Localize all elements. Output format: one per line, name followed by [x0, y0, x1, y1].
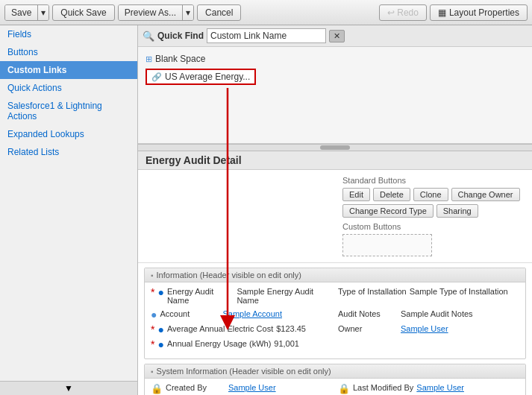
- modified-by-link[interactable]: Sample User: [416, 383, 464, 392]
- field-col-audit-notes: Audit Notes Sample Audit Notes: [338, 309, 519, 320]
- system-information-section: ▪ System Information (Header visible on …: [144, 364, 526, 395]
- save-dropdown-button[interactable]: ▾: [38, 5, 48, 20]
- field-row-3: * ● Average Annual Electric Cost $123.45…: [151, 324, 519, 335]
- left-panel-list: Fields Buttons Custom Links Quick Action…: [0, 25, 137, 381]
- system-section-body: 🔒 Created By Sample User 🔒 Last Modified…: [145, 379, 525, 395]
- palette-item-us-avg-energy[interactable]: 🔗 US Average Energy...: [143, 66, 528, 87]
- field-row-4: * ● Annual Energy Usage (kWh) 91,001: [151, 339, 519, 350]
- system-section-header: ▪ System Information (Header visible on …: [145, 364, 525, 379]
- save-button-group: Save ▾: [4, 4, 49, 21]
- lock-icon-modified: 🔒: [338, 383, 350, 394]
- custom-buttons-label: Custom Buttons: [342, 222, 525, 231]
- field-col-electric-cost: * ● Average Annual Electric Cost $123.45: [151, 324, 332, 335]
- field-col-owner: Owner Sample User: [338, 324, 519, 335]
- palette-overlay-container: ⊞ Blank Space 🔗 US Average Energy...: [138, 47, 532, 395]
- sidebar-item-expanded-lookups[interactable]: Expanded Lookups: [0, 125, 137, 143]
- field-col-modified-by: 🔒 Last Modified By Sample User: [338, 383, 519, 394]
- page-layout-header: Energy Audit Detail: [138, 151, 532, 170]
- main-layout: Fields Buttons Custom Links Quick Action…: [0, 25, 532, 395]
- cancel-button[interactable]: Cancel: [197, 4, 241, 21]
- section-toggle-icon[interactable]: ▪: [151, 271, 154, 279]
- palette-scroll-thumb: [320, 145, 350, 150]
- palette-area: ⊞ Blank Space 🔗 US Average Energy...: [138, 47, 532, 144]
- us-avg-energy-icon: 🔗: [151, 72, 162, 82]
- page-layout: Energy Audit Detail Standard Buttons Edi…: [138, 151, 532, 395]
- search-icon: 🔍: [143, 31, 154, 42]
- edit-button[interactable]: Edit: [342, 188, 370, 201]
- information-section-header: ▪ Information (Header visible on edit on…: [145, 268, 525, 282]
- field-dot-4: ●: [157, 339, 163, 350]
- sidebar-item-custom-links[interactable]: Custom Links: [0, 61, 137, 79]
- standard-buttons: Edit Delete Clone Change Owner Change Re…: [342, 188, 525, 218]
- delete-button[interactable]: Delete: [373, 188, 410, 201]
- created-by-link[interactable]: Sample User: [228, 383, 276, 392]
- layout-icon: ▦: [438, 7, 446, 18]
- field-col-account: ● Account Sample Account: [151, 309, 332, 320]
- scroll-down-indicator[interactable]: ▼: [0, 381, 137, 395]
- app-container: Save ▾ Quick Save Preview As... ▾ Cancel…: [0, 0, 532, 395]
- field-dot-2: ●: [151, 309, 157, 320]
- lock-icon-created: 🔒: [151, 383, 163, 394]
- preview-button[interactable]: Preview As...: [119, 5, 183, 20]
- field-dot-3: ●: [157, 324, 163, 335]
- layout-properties-button[interactable]: ▦ Layout Properties: [430, 4, 528, 21]
- blank-space-icon: ⊞: [145, 54, 152, 64]
- clone-button[interactable]: Clone: [413, 188, 448, 201]
- palette-scrollbar[interactable]: [138, 144, 532, 151]
- sharing-button[interactable]: Sharing: [436, 204, 478, 218]
- sidebar-item-quick-actions[interactable]: Quick Actions: [0, 79, 137, 97]
- quick-find-input[interactable]: [207, 28, 326, 43]
- sidebar-item-related-lists[interactable]: Related Lists: [0, 143, 137, 161]
- save-button[interactable]: Save: [5, 5, 38, 20]
- right-panel: 🔍 Quick Find ✕ ⊞ Blank Space 🔗 US Averag…: [138, 25, 532, 395]
- change-record-type-button[interactable]: Change Record Type: [342, 204, 434, 218]
- standard-buttons-group: Standard Buttons Edit Delete Clone Chang…: [342, 176, 525, 256]
- redo-button[interactable]: ↩ Redo: [379, 4, 427, 21]
- sidebar-item-sf1-actions[interactable]: Salesforce1 & Lightning Actions: [0, 97, 137, 125]
- custom-buttons-box: [342, 234, 432, 256]
- owner-link[interactable]: Sample User: [401, 324, 448, 333]
- field-row-2: ● Account Sample Account Audit Notes Sam…: [151, 309, 519, 320]
- system-section-toggle[interactable]: ▪: [151, 367, 154, 376]
- left-panel: Fields Buttons Custom Links Quick Action…: [0, 25, 138, 395]
- required-star-4: *: [151, 339, 154, 350]
- quick-save-button[interactable]: Quick Save: [52, 4, 114, 21]
- preview-dropdown-button[interactable]: ▾: [183, 5, 193, 20]
- field-col-empty: [338, 339, 519, 350]
- toolbar: Save ▾ Quick Save Preview As... ▾ Cancel…: [0, 0, 532, 25]
- sidebar-item-fields[interactable]: Fields: [0, 25, 137, 43]
- account-link[interactable]: Sample Account: [222, 309, 282, 318]
- change-owner-button[interactable]: Change Owner: [451, 188, 520, 201]
- field-dot: ●: [157, 287, 163, 297]
- quick-find-clear-button[interactable]: ✕: [329, 30, 345, 42]
- standard-buttons-label: Standard Buttons: [342, 176, 525, 185]
- field-col-energy-usage: * ● Annual Energy Usage (kWh) 91,001: [151, 339, 332, 350]
- information-section-body: * ● Energy Audit Name Sample Energy Audi…: [145, 282, 525, 358]
- buttons-section: Standard Buttons Edit Delete Clone Chang…: [138, 170, 532, 263]
- information-section: ▪ Information (Header visible on edit on…: [144, 268, 526, 359]
- field-row-1: * ● Energy Audit Name Sample Energy Audi…: [151, 287, 519, 305]
- sidebar-item-buttons[interactable]: Buttons: [0, 43, 137, 61]
- system-field-row: 🔒 Created By Sample User 🔒 Last Modified…: [151, 383, 519, 394]
- required-star: *: [151, 287, 154, 297]
- page-title: Energy Audit Detail: [145, 154, 242, 166]
- field-col-energy-audit-name: * ● Energy Audit Name Sample Energy Audi…: [151, 287, 332, 305]
- field-col-created-by: 🔒 Created By Sample User: [151, 383, 332, 394]
- palette-item-blank-space[interactable]: ⊞ Blank Space: [143, 51, 528, 66]
- field-col-type-of-installation: Type of Installation Sample Type of Inst…: [338, 287, 519, 305]
- required-star-3: *: [151, 324, 154, 335]
- quick-find-bar: 🔍 Quick Find ✕: [138, 25, 532, 47]
- preview-button-group: Preview As... ▾: [118, 4, 194, 21]
